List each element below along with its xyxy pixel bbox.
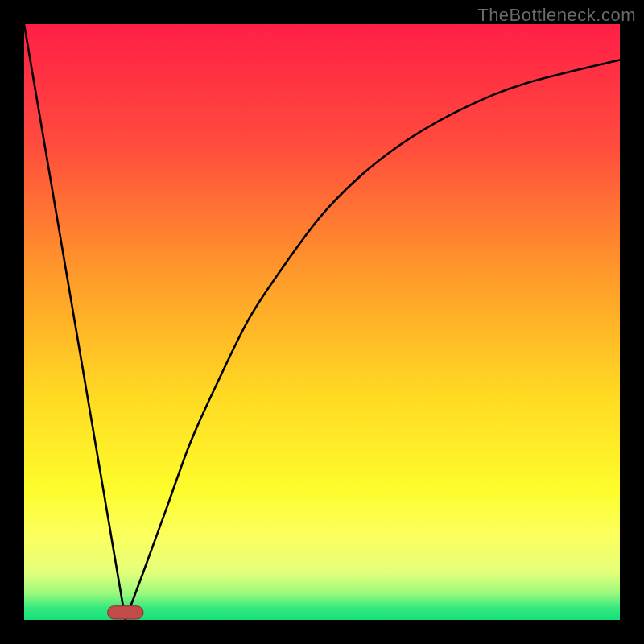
plot-area [24,24,620,620]
chart-frame: TheBottleneck.com [0,0,644,644]
gradient-background [24,24,620,620]
watermark-text: TheBottleneck.com [477,5,636,26]
optimum-marker [108,606,143,619]
chart-svg [24,24,620,620]
